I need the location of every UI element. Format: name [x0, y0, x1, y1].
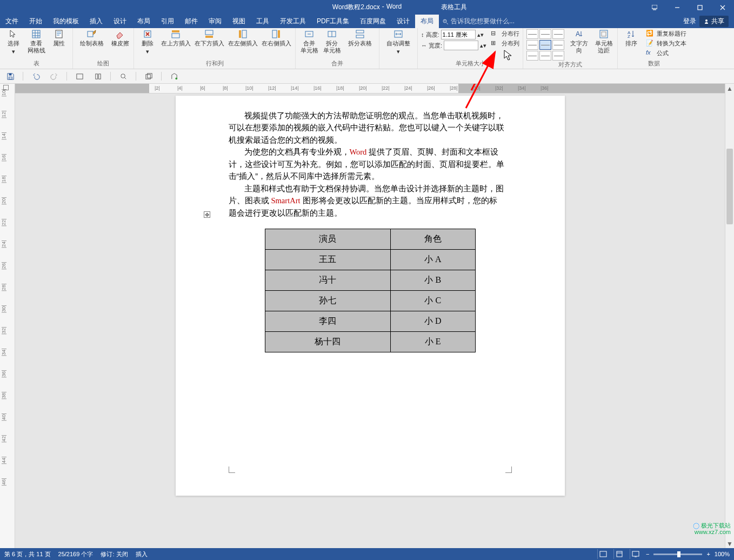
draw-table-button[interactable]: 绘制表格: [76, 29, 108, 47]
scroll-down-icon[interactable]: ▼: [725, 539, 734, 548]
tab-ref[interactable]: 引用: [156, 15, 179, 28]
table-cell[interactable]: 小 B: [390, 270, 475, 291]
close-icon[interactable]: [711, 0, 734, 15]
text-direction-button[interactable]: A 文字方向: [569, 29, 589, 61]
align-mc[interactable]: [539, 40, 551, 50]
tell-me-box[interactable]: 告诉我您想要做什么...: [442, 17, 515, 26]
table-cell[interactable]: 角色: [390, 229, 475, 250]
redo-icon[interactable]: [48, 70, 60, 82]
tab-baidu[interactable]: 百度网盘: [355, 15, 391, 28]
scroll-thumb[interactable]: [726, 149, 733, 224]
align-mr[interactable]: [552, 40, 564, 50]
minimize-icon[interactable]: [666, 0, 689, 15]
insert-below-button[interactable]: 在下方插入: [193, 29, 225, 55]
table-move-handle-icon[interactable]: ✥: [204, 211, 210, 218]
qat-icon-4[interactable]: [143, 70, 155, 82]
merge-cells-button[interactable]: 合并 单元格: [299, 29, 319, 54]
group-autofit: 自动调整▾: [379, 28, 418, 69]
properties-button[interactable]: 属性: [49, 29, 69, 55]
insert-right-button[interactable]: 在右侧插入: [261, 29, 292, 55]
align-ml[interactable]: [526, 40, 538, 50]
status-mode[interactable]: 插入: [136, 550, 148, 558]
table-cell[interactable]: 冯十: [265, 270, 390, 291]
horizontal-ruler[interactable]: |2||4||6||8||10||12||14||16||18||20||22|…: [15, 84, 725, 94]
vertical-scrollbar[interactable]: ▲ ▼: [725, 84, 734, 548]
distribute-cols-button[interactable]: ⊞分布列: [491, 39, 519, 48]
table-cell[interactable]: 小 D: [390, 311, 475, 332]
qat-icon-2[interactable]: [92, 70, 104, 82]
tab-dev[interactable]: 开发工具: [275, 15, 311, 28]
document-area[interactable]: 视频提供了功能强大的方法帮助您证明您的观点。当您单击联机视频时， 可以在想要添加…: [15, 94, 725, 548]
tab-file[interactable]: 文件: [0, 15, 24, 28]
table-cell[interactable]: 孙七: [265, 291, 390, 311]
maximize-icon[interactable]: [689, 0, 711, 15]
sort-button[interactable]: AZ 排序: [621, 29, 642, 58]
split-cells-button[interactable]: 拆分 单元格: [322, 29, 342, 54]
convert-to-text-button[interactable]: 📝转换为文本: [646, 39, 686, 48]
table-cell[interactable]: 小 C: [390, 291, 475, 311]
cell-margins-button[interactable]: 单元格 边距: [593, 29, 614, 61]
tab-table-design[interactable]: 设计: [391, 15, 415, 28]
share-button[interactable]: 共享: [699, 16, 729, 27]
status-page[interactable]: 第 6 页，共 11 页: [4, 550, 51, 558]
view-web-icon[interactable]: [630, 549, 642, 559]
qat-icon-5[interactable]: [168, 70, 180, 82]
qat-icon-3[interactable]: [117, 70, 129, 82]
table-cell[interactable]: 李四: [265, 311, 390, 332]
status-words[interactable]: 25/2169 个字: [58, 550, 94, 558]
svg-rect-16: [272, 30, 277, 38]
table-cell[interactable]: 演员: [265, 229, 390, 250]
status-track[interactable]: 修订: 关闭: [101, 550, 128, 558]
delete-button[interactable]: 删除▾: [137, 29, 158, 55]
view-read-icon[interactable]: [597, 549, 609, 559]
save-icon[interactable]: [4, 70, 16, 82]
tab-mail[interactable]: 邮件: [179, 15, 203, 28]
select-button[interactable]: 选择▾: [3, 29, 24, 55]
eraser-button[interactable]: 橡皮擦: [110, 29, 130, 47]
svg-rect-35: [147, 73, 151, 77]
align-bl[interactable]: [526, 51, 538, 61]
view-print-icon[interactable]: [613, 549, 625, 559]
ribbon-opts-icon[interactable]: [643, 0, 666, 15]
table-cell[interactable]: 王五: [265, 250, 390, 270]
undo-icon[interactable]: [30, 70, 42, 82]
split-table-button[interactable]: 拆分表格: [344, 29, 376, 54]
col-width-input[interactable]: [444, 41, 478, 50]
insert-above-button[interactable]: 在上方插入: [160, 29, 191, 55]
row-height-input[interactable]: [441, 30, 476, 39]
align-tl[interactable]: [526, 29, 538, 39]
qat-icon-1[interactable]: [74, 70, 85, 82]
insert-left-button[interactable]: 在左侧插入: [227, 29, 258, 55]
align-tc[interactable]: [539, 29, 551, 39]
login-link[interactable]: 登录: [683, 17, 696, 26]
tab-insert[interactable]: 插入: [84, 15, 108, 28]
align-tr[interactable]: [552, 29, 564, 39]
scroll-up-icon[interactable]: ▲: [725, 84, 734, 93]
formula-button[interactable]: fx公式: [646, 49, 686, 58]
align-bc[interactable]: [539, 51, 551, 61]
tab-mytpl[interactable]: 我的模板: [48, 15, 84, 28]
tab-tools[interactable]: 工具: [251, 15, 275, 28]
zoom-in-icon[interactable]: +: [706, 551, 710, 557]
tab-review[interactable]: 审阅: [203, 15, 227, 28]
distribute-rows-button[interactable]: ⊟分布行: [491, 29, 519, 38]
zoom-slider[interactable]: [653, 554, 702, 555]
table-cell[interactable]: 小 A: [390, 250, 475, 270]
tab-table-layout[interactable]: 布局: [415, 15, 439, 28]
tab-design[interactable]: 设计: [108, 15, 132, 28]
table-cell[interactable]: 小 E: [390, 332, 475, 352]
table-cell[interactable]: 杨十四: [265, 332, 390, 352]
zoom-out-icon[interactable]: −: [646, 551, 649, 557]
view-gridlines-button[interactable]: 查看 网格线: [26, 29, 46, 55]
vertical-ruler[interactable]: |10||12||14||16||18||20||22||24||26||28|…: [0, 84, 15, 548]
tab-pdf[interactable]: PDF工具集: [311, 15, 355, 28]
autofit-button[interactable]: 自动调整▾: [383, 29, 414, 55]
document-table[interactable]: 演员角色 王五小 A 冯十小 B 孙七小 C 李四小 D 杨十四小 E: [265, 229, 476, 352]
zoom-value[interactable]: 100%: [715, 551, 730, 557]
align-br[interactable]: [552, 51, 564, 61]
tab-view[interactable]: 视图: [227, 15, 251, 28]
tab-home[interactable]: 开始: [24, 15, 48, 28]
repeat-header-button[interactable]: 🔁重复标题行: [646, 29, 686, 38]
tab-layout[interactable]: 布局: [132, 15, 156, 28]
doc-title: Word教程2.docx: [332, 3, 380, 12]
